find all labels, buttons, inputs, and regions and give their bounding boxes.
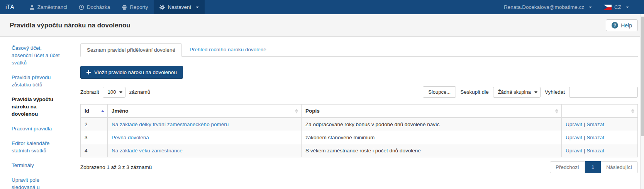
next-page-button[interactable]: Následující [601,161,638,173]
delete-link[interactable]: Smazat [586,135,604,140]
gear-icon [159,5,165,10]
scrollbar-thumb[interactable] [641,17,644,136]
group-by-value: Žádná skupina [498,89,531,95]
app-brand[interactable]: iTA [0,0,20,14]
cell-name: Na základě délky trvání zaměstnaneckého … [108,118,302,131]
cell-name: Pevná dovolená [108,131,302,144]
table-row: 4 Na základě věku zaměstnance S věkem za… [81,144,638,157]
edit-link[interactable]: Upravit [566,135,582,140]
cell-actions: Upravit|Smazat [562,118,638,131]
column-header-label: Jméno [112,108,129,114]
tab-bar: Seznam pravidel přidělování dovolené Pře… [80,43,638,57]
sidebar-item-pravidla-prevodu[interactable]: Pravidla převodu zůstatku účtů [12,74,64,88]
cell-desc: Za odpracované roky bonus v podobě dnů d… [302,118,562,131]
previous-page-button[interactable]: Předchozí [550,161,585,173]
action-separator: | [584,122,585,127]
action-separator: | [584,135,585,140]
sort-icon [555,109,558,113]
cell-desc: S věkem zaměstnance roste i počet dnů do… [302,144,562,157]
cell-actions: Upravit|Smazat [562,131,638,144]
table-row: 3 Pevná dovolená zákonem stanovené minim… [81,131,638,144]
delete-link[interactable]: Smazat [586,122,604,127]
help-label: Help [621,22,632,29]
records-label: záznamů [129,89,150,95]
rules-table: Id Jméno Popis 2 Na zá [80,104,638,157]
rule-name-link[interactable]: Pevná dovolená [112,135,149,140]
table-row: 2 Na základě délky trvání zaměstnaneckéh… [81,118,638,131]
column-header-popis[interactable]: Popis [302,105,562,118]
nav-item-label: Reporty [130,4,148,10]
records-info: Zobrazeno 1 až 3 z 3 záznamů [80,161,152,170]
column-header-id[interactable]: Id [81,105,108,118]
page-number-button[interactable]: 1 [585,161,601,173]
search-label: Vyhledat [545,89,565,95]
cell-desc: zákonem stanovené minimum [302,131,562,144]
user-email: Renata.Docekalova@mobatime.cz [504,4,584,10]
sidebar-item-editor-kalendare[interactable]: Editor kalendáře státních svátků [12,140,64,154]
main-content: Seznam pravidel přidělování dovolené Pře… [80,37,638,173]
clock-icon [79,5,84,10]
nav-item-reporty[interactable]: Reporty [116,0,154,14]
show-label: Zobrazit [80,89,99,95]
page-title: Pravidla výpočtu nároku na dovolenou [10,22,130,29]
top-navbar: iTA Zaměstnanci Docházka Reporty [0,0,644,14]
nav-item-dochazka[interactable]: Docházka [73,0,116,14]
insert-rule-button[interactable]: Vložit pravidlo nároku na dovolenou [80,66,183,79]
rule-name-link[interactable]: Na základě věku zaměstnance [112,148,183,154]
columns-button[interactable]: Sloupce... [423,86,456,98]
group-by-label: Seskupit dle [460,89,489,95]
pagination: Předchozí 1 Následující [550,161,638,173]
language-menu[interactable]: CZ [598,0,635,14]
sidebar-item-casovy-ucet[interactable]: Časový účet, absenční účet a účet svátků [12,44,64,66]
nav-item-zamestnanci[interactable]: Zaměstnanci [24,0,73,14]
search-input[interactable] [569,87,638,98]
group-by-select[interactable]: Žádná skupina [493,87,541,98]
sidebar-item-pracovni-pravidla[interactable]: Pracovní pravidla [12,125,64,132]
vertical-scrollbar[interactable] [640,14,644,189]
edit-link[interactable]: Upravit [566,122,582,127]
sidebar-item-terminaly[interactable]: Terminály [12,162,64,169]
cell-name: Na základě věku zaměstnance [108,144,302,157]
table-header-row: Id Jméno Popis [81,105,638,118]
column-header-actions[interactable] [562,105,638,118]
page-size-select[interactable]: 100 [103,87,126,98]
cell-id: 4 [81,144,108,157]
tab-seznam-pravidel[interactable]: Seznam pravidel přidělování dovolené [80,43,182,57]
page-size-value: 100 [108,89,116,95]
table-tools: Sloupce... Seskupit dle Žádná skupina Vy… [423,86,638,98]
column-header-label: Id [85,108,89,114]
user-menu[interactable]: Renata.Docekalova@mobatime.cz [498,0,598,14]
cell-actions: Upravit|Smazat [562,144,638,157]
user-icon [29,5,35,10]
nav-item-label: Docházka [87,4,110,10]
nav-item-label: Zaměstnanci [37,4,67,10]
action-separator: | [584,148,585,154]
czech-flag-icon [603,5,612,10]
tab-prehled-naroku[interactable]: Přehled ročního nároku dovolené [183,43,273,56]
settings-sidebar: Časový účet, absenční účet a účet svátků… [0,37,72,189]
caret-down-icon [534,91,537,93]
navbar-right: Renata.Docekalova@mobatime.cz CZ [498,0,644,14]
nav-item-label: Nastavení [168,4,191,10]
insert-rule-label: Vložit pravidlo nároku na dovolenou [94,69,177,75]
chevron-down-icon [626,7,629,8]
sort-icon [295,109,298,113]
plus-icon [86,70,91,74]
language-code: CZ [614,4,621,10]
question-circle-icon [612,22,618,29]
edit-link[interactable]: Upravit [566,148,582,154]
delete-link[interactable]: Smazat [586,148,604,154]
sidebar-item-pravidla-vypoctu[interactable]: Pravidla výpočtu nároku na dovolenou [12,96,64,118]
help-button[interactable]: Help [606,19,638,31]
nav-item-nastaveni[interactable]: Nastavení [154,0,205,14]
caret-down-icon [119,91,122,93]
page-size-control: Zobrazit 100 záznamů [80,87,150,98]
table-controls: Zobrazit 100 záznamů Sloupce... Seskupit… [80,86,638,98]
column-header-jmeno[interactable]: Jméno [108,105,302,118]
printer-icon [122,5,127,10]
sidebar-item-upravit-pole[interactable]: Upravit pole sledovaná u [12,176,64,189]
rule-name-link[interactable]: Na základě délky trvání zaměstnaneckého … [112,122,229,127]
cell-id: 2 [81,118,108,131]
sort-icon [631,109,634,113]
table-footer: Zobrazeno 1 až 3 z 3 záznamů Předchozí 1… [80,161,638,173]
